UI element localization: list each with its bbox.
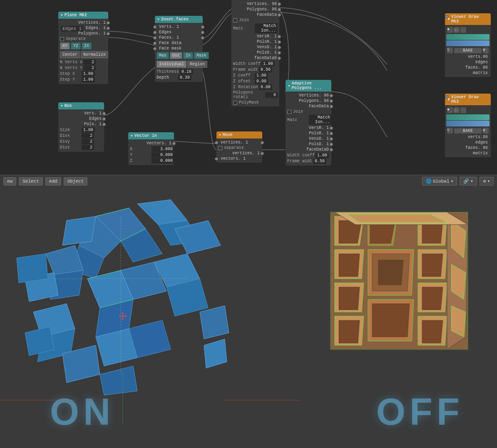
out-polygons-socket[interactable] <box>278 8 281 11</box>
polygons-socket-out[interactable] <box>107 32 110 35</box>
box-divx-value[interactable]: 2 <box>82 133 94 139</box>
edges-socket-out[interactable] <box>107 27 110 30</box>
box-divy-value[interactable]: 2 <box>82 139 94 144</box>
depth-value[interactable]: 0.39 <box>178 75 191 80</box>
snap-btn[interactable]: 🔗 ▾ <box>460 177 477 186</box>
region-btn[interactable]: Region <box>187 61 207 68</box>
move-collapse-arrow[interactable]: ▼ <box>219 133 221 137</box>
out-vertices-socket[interactable] <box>278 2 281 6</box>
join-checkbox[interactable] <box>233 18 237 22</box>
move-vert-out[interactable] <box>261 152 264 155</box>
adaptive-poly-out[interactable] <box>330 99 333 103</box>
adaptive-vensd[interactable] <box>330 137 333 141</box>
in-btn[interactable]: In <box>183 52 193 59</box>
vec-x-value[interactable]: 3.000 <box>152 146 174 152</box>
viewer1-icon2[interactable]: ⬚⬚ <box>454 27 460 33</box>
vec-y-value[interactable]: 0.000 <box>152 152 174 158</box>
viewer2-matrix-socket[interactable] <box>445 95 448 99</box>
center-btn[interactable]: Center <box>60 51 80 58</box>
frame-widt-value[interactable]: 0.50 <box>259 67 272 72</box>
inset-edges-out[interactable] <box>201 31 204 34</box>
vertices-socket-out[interactable] <box>107 21 110 25</box>
box-size-value[interactable]: 1.00 <box>82 127 95 133</box>
nverts-x-value[interactable]: 2 <box>83 59 96 65</box>
viewer1-matrix-socket[interactable] <box>445 15 448 18</box>
vector-collapse-arrow[interactable]: ▼ <box>131 134 133 138</box>
box-edges-socket-out[interactable] <box>102 117 106 121</box>
adaptive-frame-val[interactable]: 0.50 <box>313 158 326 164</box>
viewer2-icon1[interactable]: ● <box>447 107 453 113</box>
pols-socket-out[interactable] <box>102 123 106 126</box>
viewer2-settings-icon[interactable]: ⚙ <box>483 128 489 134</box>
viewer1-settings-icon[interactable]: ⚙ <box>483 47 489 53</box>
step-y-value[interactable]: 1.00 <box>82 77 95 82</box>
separate-checkbox[interactable] <box>60 37 64 41</box>
matc-value[interactable]: Match Ion... <box>255 23 278 33</box>
viewer2-bake-btn[interactable]: BAKE <box>454 128 482 134</box>
adaptive-matc-value[interactable]: Match Ion... <box>309 115 332 125</box>
adaptive-facedatad[interactable] <box>330 148 333 151</box>
vensd-socket[interactable] <box>278 46 281 49</box>
normalize-btn[interactable]: Normalize <box>81 51 108 58</box>
move-vectors-socket-in[interactable] <box>215 157 218 161</box>
viewer1-icon3[interactable] <box>460 27 466 33</box>
viewer2-icon3[interactable] <box>460 107 466 113</box>
adaptive-polsr[interactable] <box>330 132 333 135</box>
step-x-value[interactable]: 1.00 <box>82 71 95 77</box>
viewer1-icon1[interactable]: ● <box>447 27 453 33</box>
yz-btn[interactable]: YZ <box>71 42 81 50</box>
adaptive-facedata-out[interactable] <box>330 105 333 108</box>
viewport[interactable]: ON OFF <box>0 187 497 448</box>
polymask-checkbox[interactable] <box>233 101 237 105</box>
individual-btn[interactable]: Individual <box>157 61 186 68</box>
box-divz-value[interactable]: 2 <box>82 145 94 150</box>
node-collapse-arrow[interactable]: ▼ <box>61 13 63 17</box>
polsd-socket[interactable] <box>278 51 281 54</box>
viewer2-icon2[interactable]: ⬚⬚ <box>454 107 460 113</box>
vectors-out[interactable] <box>172 142 176 145</box>
inset-verts-out[interactable] <box>201 25 204 29</box>
inset-verts-in[interactable] <box>153 25 157 29</box>
inset-collapse-arrow[interactable]: ▼ <box>157 17 159 21</box>
move-vertices-socket-in[interactable] <box>215 141 218 144</box>
zx-btn[interactable]: ZX <box>82 42 92 50</box>
inset-facemask-in[interactable] <box>153 47 157 50</box>
out-btn[interactable]: Out <box>170 52 182 59</box>
z-rotation-value[interactable]: 0.00 <box>259 84 272 90</box>
facedatad-socket[interactable] <box>278 57 281 60</box>
out-facedata-socket[interactable] <box>278 13 281 17</box>
inset-faces-out[interactable] <box>201 36 204 40</box>
global-selector[interactable]: 🌐 Global ▾ <box>422 177 457 186</box>
polsr-socket[interactable] <box>278 40 281 44</box>
vec-z-value[interactable]: 0.000 <box>152 158 174 163</box>
select-btn[interactable]: Select <box>19 177 43 186</box>
view-btn[interactable]: ew <box>3 177 16 186</box>
mas-btn[interactable]: Mas <box>157 52 169 59</box>
adaptive-width-val[interactable]: 1.00 <box>316 153 329 158</box>
inset-faces-in[interactable] <box>153 36 157 40</box>
adaptive-join-checkbox[interactable] <box>287 110 291 114</box>
nverts-y-value[interactable]: 2 <box>83 65 96 71</box>
z-coeff-value[interactable]: 1.00 <box>255 73 268 78</box>
z-ofset-value[interactable]: 0.00 <box>255 79 268 84</box>
vers-socket-out[interactable] <box>102 112 106 115</box>
object-btn[interactable]: Object <box>64 177 88 186</box>
mask-btn[interactable]: Mask <box>194 52 209 59</box>
adaptive-versr[interactable] <box>330 126 333 130</box>
add-btn[interactable]: Add <box>45 177 61 186</box>
inset-edges-in[interactable] <box>153 31 157 34</box>
box-collapse-arrow[interactable]: ▼ <box>61 104 63 108</box>
polygons-rotati-value[interactable]: 0 <box>265 92 278 98</box>
adaptive-vert-out[interactable] <box>330 94 333 97</box>
settings-btn[interactable]: ⚙ ▾ <box>480 177 494 186</box>
versr-socket[interactable] <box>278 35 281 38</box>
thickness-value[interactable]: 0.16 <box>180 69 193 74</box>
adaptive-polsd[interactable] <box>330 143 333 146</box>
adaptive-collapse-arrow[interactable]: ▼ <box>288 84 290 88</box>
viewer1-bake-btn[interactable]: BAKE <box>454 48 482 53</box>
width-coeff-value[interactable]: 1.00 <box>261 61 275 67</box>
inset-facedata-in[interactable] <box>153 42 157 45</box>
move-separate-checkbox[interactable] <box>218 146 222 150</box>
move-vertices-socket-out[interactable] <box>261 141 264 144</box>
xy-btn[interactable]: XY <box>60 42 70 50</box>
